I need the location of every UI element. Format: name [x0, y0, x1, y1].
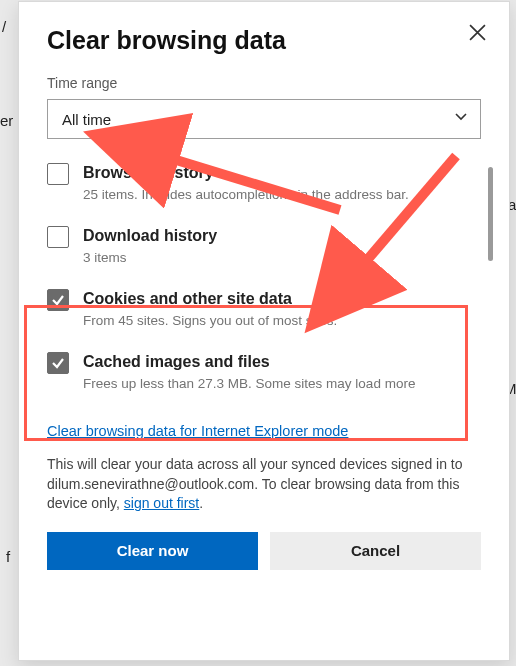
option-download-history: Download history 3 items: [47, 226, 475, 267]
option-cached: Cached images and files Frees up less th…: [47, 352, 475, 393]
option-title: Cached images and files: [83, 352, 475, 373]
option-desc: From 45 sites. Signs you out of most sit…: [83, 312, 475, 330]
time-range-label: Time range: [47, 75, 481, 91]
option-title: Browsing history: [83, 163, 475, 184]
clear-browsing-data-dialog: Clear browsing data Time range All time …: [18, 1, 510, 661]
option-browsing-history: Browsing history 25 items. Includes auto…: [47, 163, 475, 204]
options-scroll-area: Browsing history 25 items. Includes auto…: [47, 163, 481, 413]
ie-mode-link[interactable]: Clear browsing data for Internet Explore…: [47, 423, 348, 439]
checkbox-download-history[interactable]: [47, 226, 69, 248]
option-title: Download history: [83, 226, 475, 247]
footer-prefix: This will clear your data across all you…: [47, 456, 463, 472]
checkbox-cookies[interactable]: [47, 289, 69, 311]
footer-email: dilum.senevirathne@outlook.com: [47, 476, 254, 492]
button-row: Clear now Cancel: [47, 532, 481, 570]
bg-fragment: f: [6, 548, 10, 565]
time-range-select[interactable]: All time: [47, 99, 481, 139]
option-desc: 3 items: [83, 249, 475, 267]
footer-text: This will clear your data across all you…: [47, 455, 481, 514]
clear-now-button[interactable]: Clear now: [47, 532, 258, 570]
option-desc: 25 items. Includes autocompletions in th…: [83, 186, 475, 204]
dialog-title: Clear browsing data: [47, 26, 481, 55]
bg-fragment: /: [2, 18, 6, 35]
footer-suffix: .: [199, 495, 203, 511]
checkbox-browsing-history[interactable]: [47, 163, 69, 185]
bg-fragment: er: [0, 112, 13, 129]
sign-out-link[interactable]: sign out first: [124, 495, 199, 511]
option-cookies: Cookies and other site data From 45 site…: [47, 289, 475, 330]
checkbox-cached[interactable]: [47, 352, 69, 374]
chevron-down-icon: [454, 110, 468, 128]
cancel-button[interactable]: Cancel: [270, 532, 481, 570]
scrollbar-thumb[interactable]: [488, 167, 493, 261]
option-title: Cookies and other site data: [83, 289, 475, 310]
option-desc: Frees up less than 27.3 MB. Some sites m…: [83, 375, 475, 393]
close-button[interactable]: [463, 18, 491, 46]
time-range-value: All time: [62, 111, 111, 128]
